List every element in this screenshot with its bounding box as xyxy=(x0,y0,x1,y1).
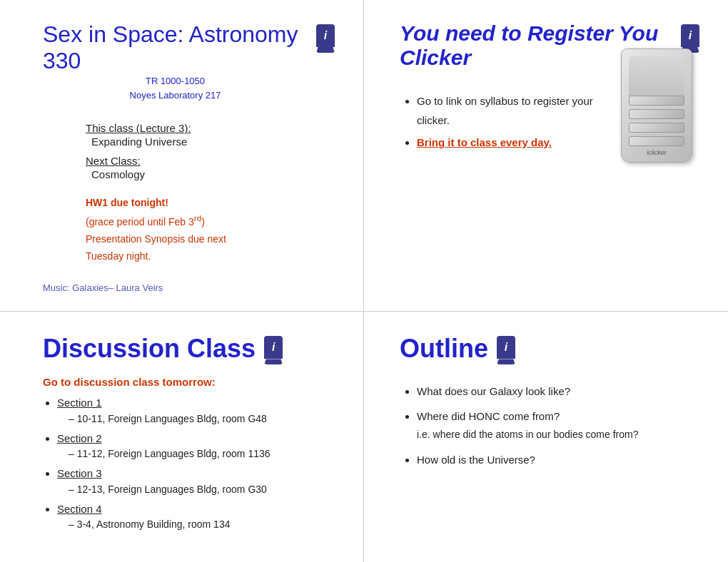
outline-sub: i.e. where did the atoms in our bodies c… xyxy=(417,426,699,444)
list-item: Where did HONC come from?i.e. where did … xyxy=(417,407,699,444)
list-item: Section 3– 12-13, Foreign Languages Bldg… xyxy=(57,466,335,497)
outline-list: What does our Galaxy look like?Where did… xyxy=(400,382,699,469)
section-name: Section 4 xyxy=(57,503,102,515)
lecture-value: Expanding Universe xyxy=(91,136,335,148)
register-bullets: Go to link on syllabus to register your … xyxy=(400,91,607,163)
panel-bottom-right: Outline What does our Galaxy look like?W… xyxy=(364,312,728,562)
discussion-title: Discussion Class xyxy=(43,334,256,364)
section-detail: – 12-13, Foreign Languages Bldg, room G3… xyxy=(69,482,335,497)
clicker-icon-bottomright xyxy=(497,336,515,364)
section-title-row: Discussion Class xyxy=(43,333,335,364)
course-sub2: Noyes Laboratory 217 xyxy=(43,88,308,103)
register-content: Go to link on syllabus to register your … xyxy=(400,91,699,163)
panel-bottom-left: Discussion Class Go to discussion class … xyxy=(0,312,364,562)
clicker-btn-3 xyxy=(629,123,684,133)
section-detail: – 3-4, Astronomy Building, room 134 xyxy=(69,517,335,532)
icon-base-bl xyxy=(264,359,283,364)
clicker-btn-4 xyxy=(629,136,684,146)
outline-main: What does our Galaxy look like? xyxy=(417,385,570,397)
lecture-label: This class (Lecture 3): xyxy=(86,122,335,134)
music-line: Music: Galaxies– Laura Veirs xyxy=(43,282,335,293)
hw-line2: (grace period until Feb 3rd) xyxy=(86,216,205,228)
course-title-block: Sex in Space: Astronomy 330 TR 1000-1050… xyxy=(43,21,308,102)
bullet1: Go to link on syllabus to register your … xyxy=(417,91,607,130)
course-title: Sex in Space: Astronomy 330 xyxy=(43,21,308,74)
outline-title: Outline xyxy=(400,334,488,364)
panel-top-right: You need to Register You Clicker Go to l… xyxy=(364,0,728,312)
icon-body-right xyxy=(681,24,699,47)
course-sub1: TR 1000-1050 xyxy=(43,74,308,88)
lecture-info: This class (Lecture 3): Expanding Univer… xyxy=(86,122,335,265)
clicker-label: iclicker xyxy=(647,149,667,156)
icon-body-bl xyxy=(264,336,283,359)
clicker-btn-1 xyxy=(629,96,684,106)
register-bullet-list: Go to link on syllabus to register your … xyxy=(400,91,607,152)
list-item: What does our Galaxy look like? xyxy=(417,382,699,401)
section-name: Section 2 xyxy=(57,432,102,444)
icon-body-br xyxy=(497,336,515,359)
clicker-icon-topleft xyxy=(316,24,335,53)
clicker-device-image: iclicker xyxy=(621,48,692,163)
list-item: How old is the Universe? xyxy=(417,450,699,469)
outline-title-row: Outline xyxy=(400,333,699,364)
section-name: Section 3 xyxy=(57,467,102,479)
panel-top-left: Sex in Space: Astronomy 330 TR 1000-1050… xyxy=(0,0,364,312)
clicker-buttons xyxy=(629,96,684,146)
hw-line4: Presentation Synopsis due next xyxy=(86,233,226,245)
icon-body xyxy=(316,24,335,47)
list-item: Section 2– 11-12, Foreign Languages Bldg… xyxy=(57,431,335,462)
section-name: Section 1 xyxy=(57,397,102,409)
go-discussion: Go to discussion class tomorrow: xyxy=(43,376,335,388)
outline-main: How old is the Universe? xyxy=(417,454,535,466)
outline-main: Where did HONC come from? xyxy=(417,410,560,422)
hw-line5: Tuesday night. xyxy=(86,250,151,262)
icon-base xyxy=(316,47,335,53)
hw-line1: HW1 due tonight! xyxy=(86,197,168,208)
bullet2: Bring it to class every day. xyxy=(417,133,607,152)
page: Sex in Space: Astronomy 330 TR 1000-1050… xyxy=(0,0,728,562)
next-label: Next Class: xyxy=(86,155,335,167)
title-row: Sex in Space: Astronomy 330 TR 1000-1050… xyxy=(43,21,335,102)
icon-base-br xyxy=(497,359,515,364)
section-detail: – 10-11, Foreign Languages Bldg, room G4… xyxy=(69,412,335,426)
section-list: Section 1– 10-11, Foreign Languages Bldg… xyxy=(43,395,335,532)
list-item: Section 1– 10-11, Foreign Languages Bldg… xyxy=(57,395,335,426)
list-item: Section 4– 3-4, Astronomy Building, room… xyxy=(57,501,335,533)
section-detail: – 11-12, Foreign Languages Bldg, room 11… xyxy=(69,446,335,461)
hw-notice: HW1 due tonight! (grace period until Feb… xyxy=(86,195,335,265)
next-value: Cosmology xyxy=(91,168,335,180)
clicker-btn-2 xyxy=(629,109,684,119)
clicker-icon-bottomleft xyxy=(264,336,283,364)
